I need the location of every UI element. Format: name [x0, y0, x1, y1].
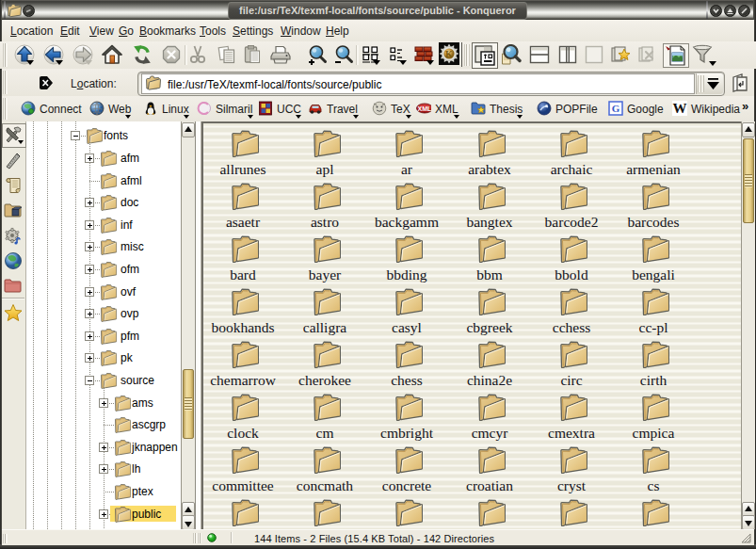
- svg-text:K: K: [445, 49, 453, 59]
- svg-text:XML: XML: [418, 105, 431, 112]
- svg-text:G: G: [612, 103, 620, 114]
- svg-text:W: W: [673, 101, 687, 116]
